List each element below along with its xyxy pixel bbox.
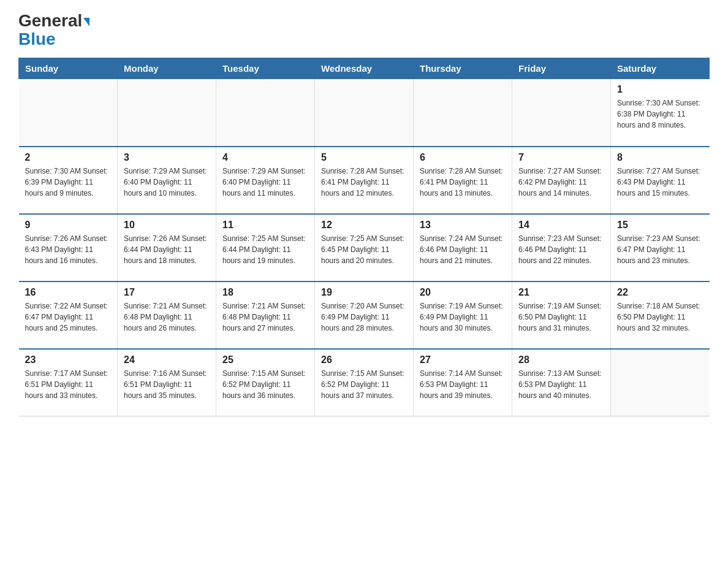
day-cell: 5Sunrise: 7:28 AM Sunset: 6:41 PM Daylig… (315, 147, 414, 214)
day-info: Sunrise: 7:15 AM Sunset: 6:52 PM Dayligh… (222, 368, 308, 401)
day-number: 24 (124, 354, 210, 366)
day-info: Sunrise: 7:14 AM Sunset: 6:53 PM Dayligh… (420, 368, 506, 401)
day-cell: 7Sunrise: 7:27 AM Sunset: 6:42 PM Daylig… (512, 147, 611, 214)
day-number: 3 (124, 152, 210, 163)
week-row-2: 2Sunrise: 7:30 AM Sunset: 6:39 PM Daylig… (19, 147, 710, 214)
day-cell: 3Sunrise: 7:29 AM Sunset: 6:40 PM Daylig… (118, 147, 216, 214)
day-info: Sunrise: 7:30 AM Sunset: 6:38 PM Dayligh… (617, 98, 703, 131)
day-cell: 17Sunrise: 7:21 AM Sunset: 6:48 PM Dayli… (118, 282, 216, 349)
day-number: 10 (124, 220, 210, 231)
header-cell-saturday: Saturday (611, 58, 710, 79)
header-cell-friday: Friday (512, 58, 611, 79)
day-info: Sunrise: 7:30 AM Sunset: 6:39 PM Dayligh… (25, 166, 112, 199)
day-cell: 18Sunrise: 7:21 AM Sunset: 6:48 PM Dayli… (216, 282, 315, 349)
day-info: Sunrise: 7:21 AM Sunset: 6:48 PM Dayligh… (222, 301, 308, 334)
day-cell: 10Sunrise: 7:26 AM Sunset: 6:44 PM Dayli… (118, 214, 216, 282)
day-cell: 19Sunrise: 7:20 AM Sunset: 6:49 PM Dayli… (315, 282, 414, 349)
day-cell (19, 79, 118, 147)
header-cell-monday: Monday (118, 58, 216, 79)
day-number: 13 (420, 220, 506, 231)
day-cell: 27Sunrise: 7:14 AM Sunset: 6:53 PM Dayli… (414, 349, 512, 416)
day-info: Sunrise: 7:22 AM Sunset: 6:47 PM Dayligh… (25, 301, 112, 334)
day-cell: 24Sunrise: 7:16 AM Sunset: 6:51 PM Dayli… (118, 349, 216, 416)
page-header: General Blue (18, 12, 710, 48)
day-number: 18 (222, 287, 308, 298)
day-number: 20 (420, 287, 506, 298)
day-cell: 15Sunrise: 7:23 AM Sunset: 6:47 PM Dayli… (611, 214, 710, 282)
day-info: Sunrise: 7:27 AM Sunset: 6:43 PM Dayligh… (617, 166, 703, 199)
day-cell (118, 79, 216, 147)
day-info: Sunrise: 7:23 AM Sunset: 6:46 PM Dayligh… (518, 233, 604, 266)
header-cell-wednesday: Wednesday (315, 58, 414, 79)
day-number: 9 (25, 220, 112, 231)
day-number: 19 (321, 287, 407, 298)
day-info: Sunrise: 7:29 AM Sunset: 6:40 PM Dayligh… (124, 166, 210, 199)
day-info: Sunrise: 7:13 AM Sunset: 6:53 PM Dayligh… (518, 368, 604, 401)
day-number: 8 (617, 152, 703, 163)
week-row-4: 16Sunrise: 7:22 AM Sunset: 6:47 PM Dayli… (19, 282, 710, 349)
day-cell: 12Sunrise: 7:25 AM Sunset: 6:45 PM Dayli… (315, 214, 414, 282)
day-info: Sunrise: 7:24 AM Sunset: 6:46 PM Dayligh… (420, 233, 506, 266)
day-number: 22 (617, 287, 703, 298)
header-row: SundayMondayTuesdayWednesdayThursdayFrid… (19, 58, 710, 79)
day-info: Sunrise: 7:17 AM Sunset: 6:51 PM Dayligh… (25, 368, 112, 401)
day-number: 7 (518, 152, 604, 163)
day-number: 28 (518, 354, 604, 366)
day-info: Sunrise: 7:25 AM Sunset: 6:44 PM Dayligh… (222, 233, 308, 266)
day-cell (512, 79, 611, 147)
day-cell: 9Sunrise: 7:26 AM Sunset: 6:43 PM Daylig… (19, 214, 118, 282)
day-number: 27 (420, 354, 506, 366)
week-row-1: 1Sunrise: 7:30 AM Sunset: 6:38 PM Daylig… (19, 79, 710, 147)
day-info: Sunrise: 7:20 AM Sunset: 6:49 PM Dayligh… (321, 301, 407, 334)
day-number: 11 (222, 220, 308, 231)
day-cell: 16Sunrise: 7:22 AM Sunset: 6:47 PM Dayli… (19, 282, 118, 349)
day-info: Sunrise: 7:16 AM Sunset: 6:51 PM Dayligh… (124, 368, 210, 401)
day-number: 1 (617, 84, 703, 95)
day-number: 6 (420, 152, 506, 163)
day-cell: 6Sunrise: 7:28 AM Sunset: 6:41 PM Daylig… (414, 147, 512, 214)
day-cell (315, 79, 414, 147)
day-cell: 14Sunrise: 7:23 AM Sunset: 6:46 PM Dayli… (512, 214, 611, 282)
day-info: Sunrise: 7:15 AM Sunset: 6:52 PM Dayligh… (321, 368, 407, 401)
day-info: Sunrise: 7:28 AM Sunset: 6:41 PM Dayligh… (321, 166, 407, 199)
day-number: 15 (617, 220, 703, 231)
week-row-5: 23Sunrise: 7:17 AM Sunset: 6:51 PM Dayli… (19, 349, 710, 416)
day-cell (414, 79, 512, 147)
day-cell: 21Sunrise: 7:19 AM Sunset: 6:50 PM Dayli… (512, 282, 611, 349)
day-info: Sunrise: 7:23 AM Sunset: 6:47 PM Dayligh… (617, 233, 703, 266)
day-number: 12 (321, 220, 407, 231)
header-cell-thursday: Thursday (414, 58, 512, 79)
day-info: Sunrise: 7:25 AM Sunset: 6:45 PM Dayligh… (321, 233, 407, 266)
calendar-body: 1Sunrise: 7:30 AM Sunset: 6:38 PM Daylig… (19, 79, 710, 416)
day-number: 4 (222, 152, 308, 163)
day-cell: 13Sunrise: 7:24 AM Sunset: 6:46 PM Dayli… (414, 214, 512, 282)
header-cell-sunday: Sunday (19, 58, 118, 79)
day-cell: 11Sunrise: 7:25 AM Sunset: 6:44 PM Dayli… (216, 214, 315, 282)
day-cell (611, 349, 710, 416)
day-cell: 4Sunrise: 7:29 AM Sunset: 6:40 PM Daylig… (216, 147, 315, 214)
day-cell: 20Sunrise: 7:19 AM Sunset: 6:49 PM Dayli… (414, 282, 512, 349)
day-cell: 26Sunrise: 7:15 AM Sunset: 6:52 PM Dayli… (315, 349, 414, 416)
logo: General Blue (18, 12, 89, 48)
day-info: Sunrise: 7:29 AM Sunset: 6:40 PM Dayligh… (222, 166, 308, 199)
logo-triangle-icon (83, 18, 89, 26)
day-number: 5 (321, 152, 407, 163)
day-number: 23 (25, 354, 112, 366)
week-row-3: 9Sunrise: 7:26 AM Sunset: 6:43 PM Daylig… (19, 214, 710, 282)
day-number: 17 (124, 287, 210, 298)
day-info: Sunrise: 7:26 AM Sunset: 6:44 PM Dayligh… (124, 233, 210, 266)
logo-blue: Blue (18, 31, 56, 48)
day-cell: 8Sunrise: 7:27 AM Sunset: 6:43 PM Daylig… (611, 147, 710, 214)
day-cell: 2Sunrise: 7:30 AM Sunset: 6:39 PM Daylig… (19, 147, 118, 214)
header-cell-tuesday: Tuesday (216, 58, 315, 79)
day-info: Sunrise: 7:18 AM Sunset: 6:50 PM Dayligh… (617, 301, 703, 334)
logo-general: General (18, 12, 89, 29)
day-cell: 23Sunrise: 7:17 AM Sunset: 6:51 PM Dayli… (19, 349, 118, 416)
day-number: 21 (518, 287, 604, 298)
day-cell: 22Sunrise: 7:18 AM Sunset: 6:50 PM Dayli… (611, 282, 710, 349)
day-number: 25 (222, 354, 308, 366)
day-number: 2 (25, 152, 112, 163)
day-number: 16 (25, 287, 112, 298)
day-info: Sunrise: 7:27 AM Sunset: 6:42 PM Dayligh… (518, 166, 604, 199)
day-number: 14 (518, 220, 604, 231)
